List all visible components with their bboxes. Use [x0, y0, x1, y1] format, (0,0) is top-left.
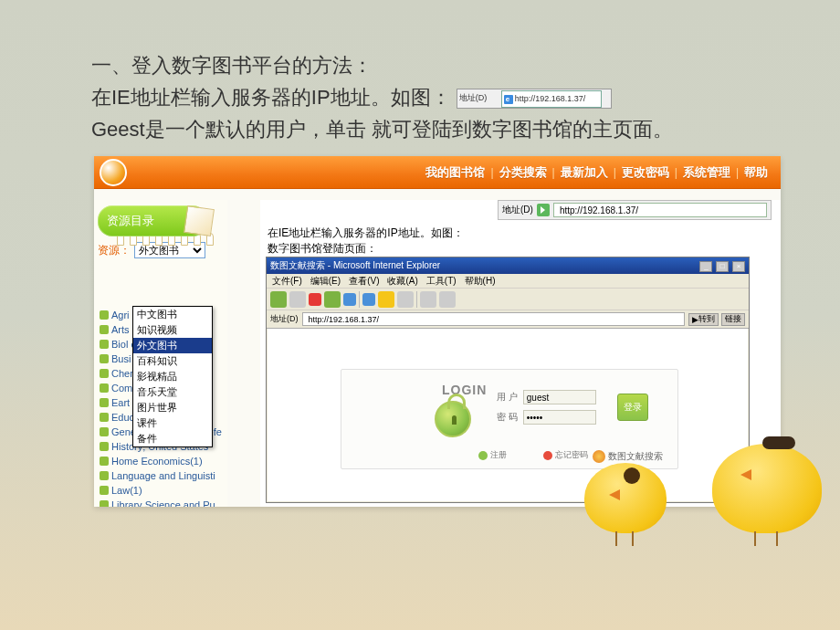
user-label: 用 户 [497, 391, 518, 404]
history-button[interactable] [397, 291, 414, 308]
ie-toolbar [267, 289, 749, 310]
user-input[interactable] [523, 390, 596, 404]
logo-icon [100, 159, 127, 186]
ie-icon [504, 95, 513, 104]
plus-icon [478, 451, 488, 460]
category-item[interactable]: Library Science and Pu [100, 498, 222, 507]
login-button[interactable]: 登录 [617, 394, 648, 421]
forgot-link[interactable]: 忘记密码 [543, 449, 588, 461]
nav-change-password[interactable]: 更改密码 [622, 164, 669, 181]
menu-help[interactable]: 帮助(H) [465, 275, 496, 287]
screenshot-area: 我的图书馆| 分类搜索| 最新加入| 更改密码| 系统管理| 帮助 资源目录 资… [94, 156, 781, 507]
folder-icon [100, 310, 109, 320]
dropdown-item[interactable]: 备件 [133, 431, 212, 446]
nav-latest[interactable]: 最新加入 [561, 164, 608, 181]
folder-icon [100, 340, 109, 349]
menu-tools[interactable]: 工具(T) [426, 275, 457, 287]
folder-icon [100, 325, 109, 334]
forward-button[interactable] [289, 291, 306, 308]
register-link[interactable]: 注册 [478, 449, 507, 461]
dropdown-item[interactable]: 百科知识 [133, 353, 212, 369]
url-field[interactable]: http://192.168.1.37/ [553, 203, 767, 217]
dropdown-item[interactable]: 知识视频 [133, 322, 212, 338]
go-arrow-icon[interactable] [537, 204, 550, 216]
print-button[interactable] [439, 291, 456, 308]
folder-icon [100, 383, 109, 393]
favorites-button[interactable] [378, 291, 394, 308]
nav-help[interactable]: 帮助 [744, 164, 768, 181]
menu-edit[interactable]: 编辑(E) [310, 275, 341, 287]
home-button[interactable] [343, 293, 356, 306]
folder-icon [100, 500, 109, 507]
search-button[interactable] [362, 293, 375, 306]
nav-my-library[interactable]: 我的图书馆 [425, 164, 485, 181]
slide-line3: Geest是一个默认的用户，单击 就可登陆到数字图书馆的主页面。 [91, 113, 776, 145]
category-item[interactable]: Language and Linguisti [100, 468, 222, 483]
ie-window: 数图文献搜索 - Microsoft Internet Explorer _ □… [266, 257, 750, 503]
ie-content: LOGIN 用 户 密 码 登录 注册 [268, 329, 748, 501]
dropdown-item[interactable]: 课件 [133, 415, 212, 431]
address-bar-right: 地址(D) http://192.168.1.37/ [498, 200, 772, 220]
folder-icon [100, 486, 109, 495]
resource-dropdown-open[interactable]: 中文图书 知识视频 外文图书 百科知识 影视精品 音乐天堂 图片世界 课件 备件 [132, 306, 213, 447]
category-item[interactable]: Home Economics(1) [100, 454, 222, 468]
links-button[interactable]: 链接 [721, 313, 745, 326]
chick-illustration [712, 418, 822, 546]
left-panel: 资源目录 资源： 外文图书 中文图书 知识视频 外文图书 百科知识 影视精品 音… [94, 200, 227, 507]
login-form: 用 户 密 码 [497, 390, 596, 430]
chick-illustration [584, 446, 667, 546]
dropdown-item[interactable]: 中文图书 [133, 307, 212, 322]
url-box: http://192.168.1.37/ [501, 90, 602, 107]
address-bar-inline: 地址(D) http://192.168.1.37/ [457, 89, 612, 109]
lock-icon [435, 401, 471, 437]
ie-address-bar: 地址(D) http://192.168.1.37/ ▶ 转到 链接 [267, 310, 749, 329]
folder-icon [100, 427, 109, 436]
dropdown-item[interactable]: 音乐天堂 [133, 384, 212, 400]
pass-label: 密 码 [497, 411, 518, 424]
ie-menubar: 文件(F) 编辑(E) 查看(V) 收藏(A) 工具(T) 帮助(H) [267, 274, 749, 289]
login-title: LOGIN [442, 383, 487, 397]
login-links: 注册 忘记密码 [478, 449, 588, 461]
refresh-button[interactable] [324, 291, 341, 308]
instruction-text: 在IE地址栏输入服务器的IP地址。如图： 数字图书馆登陆页面： [268, 226, 464, 257]
slide-heading: 一、登入数字图书平台的方法： [91, 49, 776, 81]
ie-titlebar: 数图文献搜索 - Microsoft Internet Explorer _ □… [267, 257, 749, 274]
folder-icon [100, 413, 109, 422]
dropdown-item-selected[interactable]: 外文图书 [133, 338, 212, 353]
menu-view[interactable]: 查看(V) [349, 275, 379, 287]
folder-icon [100, 471, 109, 480]
category-item[interactable]: Law(1) [100, 483, 222, 498]
folder-icon [100, 398, 109, 407]
close-button[interactable]: × [732, 261, 745, 272]
pass-input[interactable] [523, 410, 596, 425]
folder-icon [100, 457, 109, 466]
dropdown-item[interactable]: 图片世界 [133, 400, 212, 415]
folder-icon [100, 442, 109, 451]
slide-text-block: 一、登入数字图书平台的方法： 在IE地址栏输入服务器的IP地址。如图： 地址(D… [91, 49, 776, 146]
mail-button[interactable] [420, 291, 436, 308]
right-panel: 地址(D) http://192.168.1.37/ 在IE地址栏输入服务器的I… [260, 200, 781, 507]
window-buttons: _ □ × [698, 260, 745, 272]
back-button[interactable] [270, 291, 287, 308]
folder-icon [100, 354, 109, 363]
nav-category-search[interactable]: 分类搜索 [499, 164, 547, 181]
slide-line2: 在IE地址栏输入服务器的IP地址。如图： 地址(D) http://192.16… [91, 81, 776, 113]
minimize-button[interactable]: _ [699, 261, 712, 272]
notebook-icon [184, 205, 215, 236]
resource-header: 资源目录 [98, 205, 207, 236]
stop-button[interactable] [309, 293, 321, 306]
menu-file[interactable]: 文件(F) [272, 275, 302, 287]
top-nav: 我的图书馆| 分类搜索| 最新加入| 更改密码| 系统管理| 帮助 [94, 156, 781, 189]
maximize-button[interactable]: □ [716, 261, 729, 272]
menu-favorites[interactable]: 收藏(A) [387, 275, 417, 287]
nav-system-admin[interactable]: 系统管理 [683, 164, 730, 181]
folder-icon [100, 369, 109, 378]
dropdown-item[interactable]: 影视精品 [133, 369, 212, 384]
go-button[interactable]: ▶ 转到 [688, 313, 719, 326]
question-icon [543, 451, 552, 460]
ie-url-input[interactable]: http://192.168.1.37/ [302, 312, 686, 326]
